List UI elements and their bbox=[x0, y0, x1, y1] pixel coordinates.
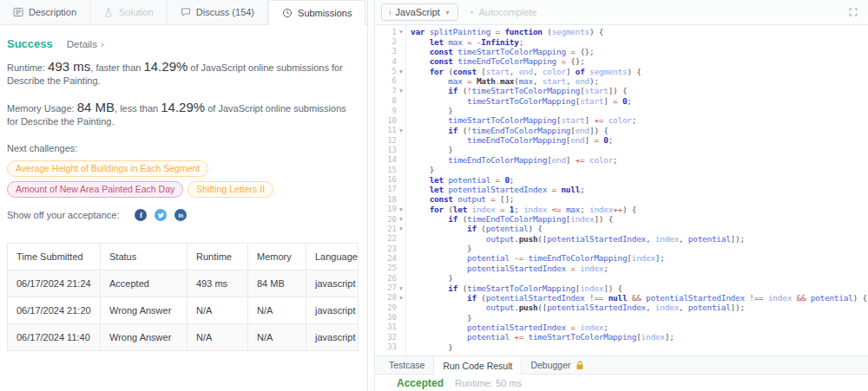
code-text: timeEndToColorMapping[end] += color; bbox=[411, 155, 618, 165]
language-select-value: JavaScript bbox=[396, 7, 440, 17]
line-number: 32 bbox=[375, 333, 397, 342]
line-number: 4 bbox=[375, 57, 397, 66]
code-line: 6▼ max = Math.max(max, start, end); bbox=[375, 76, 868, 86]
tab-debugger[interactable]: Debugger bbox=[522, 356, 592, 374]
fold-arrow-icon[interactable]: ▼ bbox=[397, 88, 405, 94]
cell-language: javascript bbox=[306, 270, 358, 297]
tab-discuss[interactable]: Discuss (154) bbox=[168, 0, 268, 24]
code-text: potentialStartedIndex = index; bbox=[411, 264, 608, 273]
fullscreen-icon[interactable] bbox=[849, 8, 858, 16]
tab-submissions[interactable]: Submissions bbox=[268, 0, 365, 25]
code-line: 11▼ if (!timeEndToColorMapping[end]) { bbox=[375, 126, 868, 135]
code-line: 19▼ for (let index = 1; index <= max; in… bbox=[375, 204, 868, 213]
code-text: timeStartToColorMapping[start] += color; bbox=[411, 115, 636, 125]
fold-arrow-icon[interactable]: ▼ bbox=[397, 206, 405, 212]
facebook-icon[interactable]: f bbox=[135, 209, 147, 221]
code-text: output.push([potentialStartedIndex, inde… bbox=[411, 234, 745, 244]
code-line: 20▼ if (timeEndToColorMapping[index]) { bbox=[375, 214, 868, 224]
tab-run-code-result[interactable]: Run Code Result bbox=[433, 356, 522, 375]
line-number: 20 bbox=[375, 215, 397, 224]
code-line: 31▼ potentialStartedIndex = index; bbox=[375, 323, 868, 332]
cell-status-link[interactable]: Wrong Answer bbox=[101, 297, 187, 324]
code-editor[interactable]: 1▼var splitPainting = function (segments… bbox=[375, 25, 868, 355]
language-select[interactable]: i JavaScript ▼ bbox=[381, 3, 458, 21]
code-line: 18▼ const output = []; bbox=[375, 194, 868, 204]
challenge-chip[interactable]: Shifting Letters II bbox=[187, 181, 273, 198]
cell-status-link[interactable]: Accepted bbox=[101, 270, 187, 297]
code-line: 9▼ } bbox=[375, 106, 868, 115]
tab-testcase[interactable]: Testcase bbox=[380, 356, 433, 374]
tab-submissions-label: Submissions bbox=[298, 8, 352, 18]
fold-arrow-icon[interactable]: ▼ bbox=[397, 295, 405, 301]
col-status: Status bbox=[101, 244, 187, 270]
code-text: let potentialStartedIndex = null; bbox=[411, 185, 585, 194]
code-line: 13▼ } bbox=[375, 145, 868, 154]
tab-description-label: Description bbox=[29, 7, 76, 17]
challenge-chips: Average Height of Buildings in Each Segm… bbox=[7, 160, 361, 198]
code-text: const timeStartToColorMapping = {}; bbox=[411, 47, 594, 56]
line-number: 9 bbox=[375, 107, 397, 115]
discuss-icon bbox=[181, 7, 191, 17]
linkedin-icon[interactable]: in bbox=[174, 209, 187, 221]
line-number: 3 bbox=[375, 47, 397, 55]
challenge-chip[interactable]: Average Height of Buildings in Each Segm… bbox=[7, 160, 208, 177]
col-runtime: Runtime bbox=[187, 244, 248, 270]
code-line: 22▼ output.push([potentialStartedIndex, … bbox=[375, 234, 868, 244]
memory-summary: Memory Usage: 84 MB, less than 14.29% of… bbox=[7, 101, 352, 128]
flask-icon bbox=[103, 7, 114, 17]
lock-icon bbox=[575, 361, 584, 370]
autocomplete-label: Autocomplete bbox=[478, 7, 536, 17]
code-line: 17▼ let potentialStartedIndex = null; bbox=[375, 185, 868, 194]
tab-solution[interactable]: Solution bbox=[90, 0, 168, 24]
code-text: output.push([potentialStartedIndex, inde… bbox=[411, 303, 745, 312]
code-line: 30▼ } bbox=[375, 312, 868, 322]
gutter-divider bbox=[405, 25, 406, 355]
line-number: 33 bbox=[375, 342, 397, 351]
memory-value: 84 MB bbox=[77, 100, 115, 114]
details-link[interactable]: Details› bbox=[67, 39, 104, 49]
fold-arrow-icon[interactable]: ▼ bbox=[397, 216, 405, 222]
cell-time: 06/17/2024 21:24 bbox=[8, 270, 101, 297]
chevron-right-icon: › bbox=[101, 39, 104, 49]
code-text: let max = -Infinity; bbox=[411, 37, 523, 47]
tab-description[interactable]: Description bbox=[0, 0, 90, 24]
tab-solution-label: Solution bbox=[119, 7, 154, 17]
code-text: for (let index = 1; index <= max; index+… bbox=[411, 205, 636, 214]
cell-memory: N/A bbox=[248, 324, 306, 351]
code-line: 29▼ output.push([potentialStartedIndex, … bbox=[375, 303, 868, 312]
twitter-icon[interactable] bbox=[155, 209, 167, 221]
fold-arrow-icon[interactable]: ▼ bbox=[397, 29, 405, 35]
fold-arrow-icon[interactable]: ▼ bbox=[397, 68, 405, 75]
cell-memory: N/A bbox=[248, 297, 306, 324]
fold-arrow-icon[interactable]: ▼ bbox=[397, 127, 405, 134]
challenge-chip[interactable]: Amount of New Area Painted Each Day bbox=[7, 181, 183, 198]
line-number: 8 bbox=[375, 96, 397, 105]
line-number: 23 bbox=[375, 244, 397, 253]
col-memory: Memory bbox=[248, 244, 306, 270]
code-text: const timeEndToColorMapping = {}; bbox=[411, 56, 585, 66]
code-text: } bbox=[411, 244, 471, 253]
autocomplete-toggle[interactable]: ● Autocomplete bbox=[470, 7, 537, 17]
memory-percentile: 14.29% bbox=[161, 100, 205, 114]
code-text: if (timeEndToColorMapping[index]) { bbox=[411, 214, 613, 224]
code-text: if (timeStartToColorMapping[index]) { bbox=[411, 283, 622, 293]
fold-arrow-icon[interactable]: ▼ bbox=[397, 285, 405, 291]
code-line: 15▼ } bbox=[375, 165, 868, 174]
submission-detail: Success Details› Runtime: 493 ms, faster… bbox=[0, 25, 367, 391]
run-result-bar: Accepted Runtime: 50 ms bbox=[375, 375, 868, 391]
line-number: 21 bbox=[375, 225, 397, 233]
code-text: if (!timeEndToColorMapping[end]) { bbox=[411, 126, 608, 135]
chevron-down-icon: ▼ bbox=[444, 10, 450, 16]
line-number: 12 bbox=[375, 136, 397, 145]
code-line: 24▼ potential -= timeEndToColorMapping[i… bbox=[375, 253, 868, 263]
tab-discuss-label: Discuss (154) bbox=[196, 7, 254, 17]
code-line: 32▼ potential += timeStartToColorMapping… bbox=[375, 332, 868, 342]
line-number: 29 bbox=[375, 303, 397, 312]
code-line: 28▼ if (potentialStartedIndex !== null &… bbox=[375, 293, 868, 303]
cell-status-link[interactable]: Wrong Answer bbox=[101, 324, 187, 351]
code-text: if (potential) { bbox=[411, 224, 542, 233]
cell-language: javascript bbox=[306, 324, 358, 351]
code-text: if (!timeStartToColorMapping[start]) { bbox=[411, 86, 627, 95]
fold-arrow-icon[interactable]: ▼ bbox=[397, 225, 405, 231]
code-text: timeEndToColorMapping[end] = 0; bbox=[411, 135, 613, 145]
